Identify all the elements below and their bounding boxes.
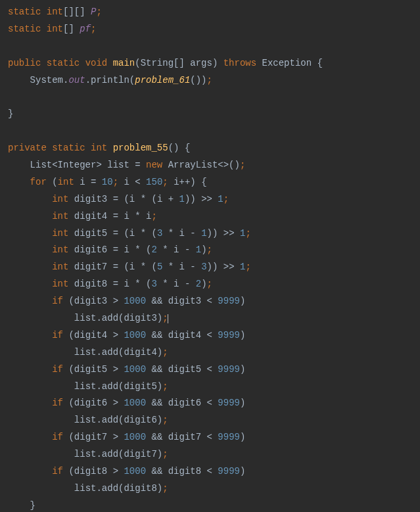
text-cursor <box>168 314 168 323</box>
code-line: int digit3 = (i * (i + 1)) >> 1; <box>8 191 412 208</box>
code-line: if (digit4 > 1000 && digit4 < 9999) <box>8 327 412 344</box>
code-line: list.add(digit4); <box>8 344 412 361</box>
code-line: list.add(digit3); <box>8 310 412 327</box>
code-line: static int[] pf; <box>8 21 412 38</box>
code-line: if (digit6 > 1000 && digit6 < 9999) <box>8 395 412 412</box>
code-line: List<Integer> list = new ArrayList<>(); <box>8 157 412 174</box>
code-line: list.add(digit5); <box>8 379 412 396</box>
code-line: for (int i = 10; i < 150; i++) { <box>8 174 412 191</box>
code-line: int digit5 = (i * (3 * i - 1)) >> 1; <box>8 225 412 243</box>
code-line: System.out.println(problem_61()); <box>8 72 412 89</box>
code-line: } <box>8 498 412 512</box>
code-line: public static void main(String[] args) t… <box>8 55 412 72</box>
code-line: int digit6 = i * (2 * i - 1); <box>8 242 412 259</box>
code-line: list.add(digit6); <box>8 412 412 429</box>
code-line: if (digit5 > 1000 && digit5 < 9999) <box>8 361 412 379</box>
code-line: } <box>8 106 412 123</box>
code-line: if (digit8 > 1000 && digit8 < 9999) <box>8 463 412 480</box>
code-line: static int[][] P; <box>8 4 412 21</box>
code-line: if (digit7 > 1000 && digit7 < 9999) <box>8 429 412 446</box>
code-line <box>8 89 412 106</box>
code-line: int digit7 = (i * (5 * i - 3)) >> 1; <box>8 259 412 276</box>
code-line: if (digit3 > 1000 && digit3 < 9999) <box>8 293 412 310</box>
code-line: list.add(digit7); <box>8 446 412 463</box>
code-line <box>8 123 412 140</box>
code-line: list.add(digit8); <box>8 480 412 498</box>
code-line <box>8 38 412 55</box>
code-line: int digit4 = i * i; <box>8 208 412 225</box>
code-editor[interactable]: static int[][] P; static int[] pf; publi… <box>8 4 412 512</box>
code-line: private static int problem_55() { <box>8 140 412 157</box>
code-line: int digit8 = i * (3 * i - 2); <box>8 276 412 293</box>
